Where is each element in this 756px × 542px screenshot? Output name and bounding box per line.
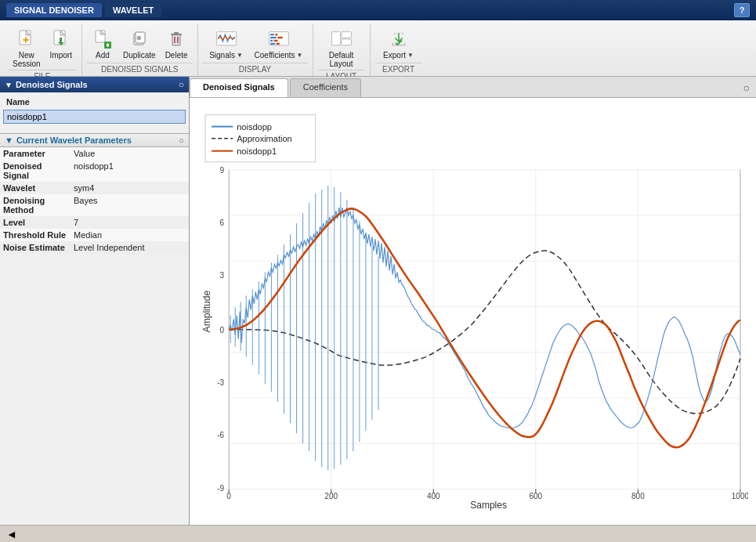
signal-list: Name noisdopp1 bbox=[0, 92, 189, 127]
svg-text:9: 9 bbox=[220, 166, 225, 175]
svg-rect-12 bbox=[107, 43, 108, 47]
denoised-group-label: DENOISED SIGNALS bbox=[87, 63, 193, 76]
new-session-label: NewSession bbox=[13, 51, 41, 68]
svg-text:noisdopp1: noisdopp1 bbox=[237, 146, 277, 156]
svg-text:Approximation: Approximation bbox=[237, 134, 292, 143]
duplicate-icon: ⊕ bbox=[128, 28, 150, 50]
param-name: Level bbox=[0, 216, 71, 229]
svg-text:-6: -6 bbox=[217, 431, 224, 439]
param-name: Noise Estimate bbox=[0, 241, 71, 254]
new-session-button[interactable]: NewSession bbox=[8, 27, 45, 70]
table-row: Denoising Method Bayes bbox=[0, 194, 189, 216]
value-col-header: Value bbox=[71, 147, 189, 160]
coefficients-dropdown-arrow: ▼ bbox=[297, 52, 303, 59]
default-layout-label: DefaultLayout bbox=[329, 51, 354, 68]
svg-text:1000: 1000 bbox=[732, 492, 748, 500]
default-layout-button[interactable]: DefaultLayout bbox=[318, 27, 365, 70]
param-name: Denoised Signal bbox=[0, 160, 71, 182]
table-row: Denoised Signal noisdopp1 bbox=[0, 160, 189, 182]
tab-denoised-signals[interactable]: Denoised Signals bbox=[190, 78, 288, 97]
param-name: Threshold Rule bbox=[0, 229, 71, 241]
add-button[interactable]: Add bbox=[87, 27, 118, 61]
chart-tab-bar: Denoised Signals Coefficients ○ bbox=[190, 77, 756, 98]
svg-rect-29 bbox=[270, 43, 275, 45]
param-name: Denoising Method bbox=[0, 194, 71, 216]
param-name: Wavelet bbox=[0, 182, 71, 194]
coefficients-icon bbox=[268, 28, 290, 50]
import-button[interactable]: Import bbox=[45, 27, 77, 61]
svg-text:6: 6 bbox=[220, 219, 225, 227]
delete-button[interactable]: Delete bbox=[161, 27, 193, 61]
svg-text:⊕: ⊕ bbox=[136, 34, 142, 42]
params-collapse-icon: ▼ bbox=[5, 136, 13, 145]
signals-button[interactable]: Signals ▼ bbox=[203, 27, 250, 61]
scroll-left-icon[interactable]: ◄ bbox=[6, 528, 17, 540]
delete-icon bbox=[165, 28, 187, 50]
params-section: ▼ Current Wavelet Parameters ○ Parameter… bbox=[0, 133, 189, 525]
svg-text:Samples: Samples bbox=[470, 500, 507, 511]
panel-close-icon[interactable]: ○ bbox=[179, 79, 184, 90]
table-row: Noise Estimate Level Independent bbox=[0, 241, 189, 254]
svg-text:Amplitude: Amplitude bbox=[201, 291, 212, 333]
table-row: Threshold Rule Median bbox=[0, 229, 189, 241]
import-icon bbox=[50, 28, 72, 50]
denoised-signals-panel-header: ▼ Denoised Signals ○ bbox=[0, 77, 189, 92]
param-value: Bayes bbox=[71, 194, 189, 216]
toolbar-group-display: Signals ▼ bbox=[198, 23, 313, 76]
panel-collapse-icon[interactable]: ▼ bbox=[5, 81, 13, 89]
help-button[interactable]: ? bbox=[734, 3, 750, 17]
param-value: Level Independent bbox=[71, 241, 189, 254]
export-button[interactable]: Export ▼ bbox=[375, 27, 422, 61]
svg-rect-31 bbox=[277, 37, 282, 38]
title-bar: SIGNAL DENOISER WAVELET ? bbox=[0, 0, 756, 20]
export-group-label: EXPORT bbox=[375, 63, 422, 76]
svg-rect-26 bbox=[270, 34, 274, 35]
signals-label: Signals bbox=[209, 51, 235, 60]
tab-coefficients[interactable]: Coefficients bbox=[290, 78, 361, 97]
toolbar-group-denoised: Add ⊕ Duplicate bbox=[82, 23, 198, 76]
param-col-header: Parameter bbox=[0, 147, 71, 160]
table-row: Wavelet sym4 bbox=[0, 182, 189, 194]
default-layout-icon bbox=[331, 28, 353, 50]
new-session-icon bbox=[16, 28, 38, 50]
svg-rect-3 bbox=[25, 37, 27, 43]
export-icon bbox=[388, 28, 410, 50]
signals-icon bbox=[215, 28, 237, 50]
param-value: Median bbox=[71, 229, 189, 241]
svg-rect-28 bbox=[270, 40, 273, 42]
add-icon bbox=[92, 28, 114, 50]
coefficients-label: Coefficients bbox=[255, 51, 295, 60]
export-label: Export bbox=[383, 51, 406, 60]
name-column-header: Name bbox=[3, 96, 186, 108]
panel-title: Denoised Signals bbox=[16, 80, 88, 89]
chart-area: noisdopp Approximation noisdopp1 Amplitu… bbox=[190, 98, 756, 525]
params-title: Current Wavelet Parameters bbox=[16, 136, 132, 145]
svg-text:3: 3 bbox=[220, 271, 225, 280]
toolbar-group-layout: DefaultLayout LAYOUT bbox=[313, 23, 371, 76]
param-value: sym4 bbox=[71, 182, 189, 194]
params-table: Parameter Value Denoised Signal noisdopp… bbox=[0, 147, 189, 254]
add-label: Add bbox=[96, 51, 110, 60]
delete-label: Delete bbox=[165, 51, 188, 60]
params-options-icon[interactable]: ○ bbox=[179, 136, 184, 145]
table-row: Level 7 bbox=[0, 216, 189, 229]
tab-signal-denoiser[interactable]: SIGNAL DENOISER bbox=[6, 3, 102, 17]
coefficients-button[interactable]: Coefficients ▼ bbox=[250, 27, 308, 61]
toolbar: NewSession Import FILE bbox=[0, 20, 756, 77]
chart-svg: noisdopp Approximation noisdopp1 Amplitu… bbox=[197, 106, 748, 517]
duplicate-button[interactable]: ⊕ Duplicate bbox=[118, 27, 161, 61]
import-label: Import bbox=[50, 51, 72, 60]
params-header[interactable]: ▼ Current Wavelet Parameters ○ bbox=[0, 133, 189, 147]
list-item[interactable]: noisdopp1 bbox=[3, 110, 186, 124]
tab-wavelet[interactable]: WAVELET bbox=[105, 3, 161, 17]
svg-rect-32 bbox=[273, 40, 277, 42]
chart-options-icon[interactable]: ○ bbox=[737, 78, 756, 97]
param-value: 7 bbox=[71, 216, 189, 229]
param-value: noisdopp1 bbox=[71, 160, 189, 182]
svg-rect-30 bbox=[275, 34, 277, 35]
svg-rect-35 bbox=[342, 32, 351, 38]
duplicate-label: Duplicate bbox=[123, 51, 156, 60]
svg-text:noisdopp: noisdopp bbox=[237, 122, 272, 132]
right-panel: Denoised Signals Coefficients ○ noisdopp… bbox=[190, 77, 756, 525]
svg-rect-18 bbox=[174, 32, 179, 34]
